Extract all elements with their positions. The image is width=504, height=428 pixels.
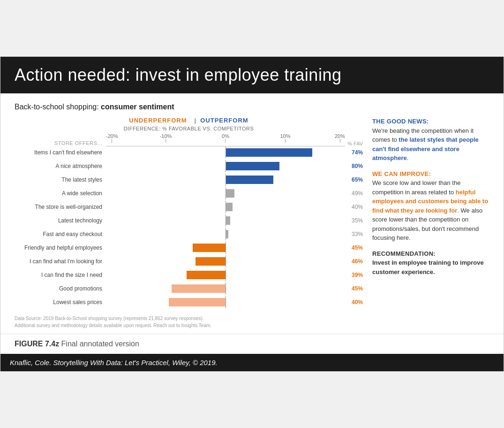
- bar-track: [106, 242, 345, 254]
- bar-row: A nice atmosphere80%: [15, 160, 363, 172]
- tick--10: -10%: [160, 133, 172, 143]
- bar-track: [106, 214, 345, 227]
- subtitle-prefix: Back-to-school shopping:: [15, 103, 101, 111]
- slide-container: Action needed: invest in employee traini…: [0, 56, 504, 372]
- tick-10: 10%: [280, 133, 290, 143]
- tick-label-0: 0%: [222, 133, 229, 139]
- bar-track: [106, 174, 345, 186]
- slide-title: Action needed: invest in employee traini…: [15, 65, 489, 85]
- figure-caption: FIGURE 7.4z Final annotated version: [0, 334, 504, 354]
- bar-fill: [187, 271, 226, 279]
- bar-label: Items I can't find elsewhere: [15, 149, 106, 156]
- zero-line: [226, 214, 226, 227]
- legend-row: UNDERPERFORM | OUTPERFORM: [15, 117, 363, 124]
- store-label: STORE OFFERS...: [15, 140, 106, 146]
- figure-text: Final annotated version: [59, 340, 139, 348]
- good-news-after: .: [407, 154, 409, 161]
- bar-label: A wide selection: [15, 190, 106, 197]
- footer-text: Knaflic, Cole. Storytelling With Data: L…: [10, 359, 218, 367]
- fav-label: 35%: [345, 217, 363, 224]
- chart-section: UNDERPERFORM | OUTPERFORM DIFFERENCE: % …: [15, 117, 363, 329]
- bar-row: Latest technology35%: [15, 214, 363, 227]
- legend-underperform: UNDERPERFORM: [129, 117, 187, 124]
- bar-fill: [226, 203, 233, 211]
- bar-row: Friendly and helpful employees45%: [15, 242, 363, 254]
- bar-row: Good promotions45%: [15, 283, 363, 295]
- fav-label: 33%: [345, 231, 363, 237]
- zero-line: [226, 228, 226, 240]
- bar-label: The latest styles: [15, 176, 106, 183]
- bar-fill: [196, 257, 226, 266]
- bar-fill: [226, 148, 312, 157]
- bar-track: [106, 255, 345, 268]
- bar-label: Latest technology: [15, 217, 106, 224]
- bar-label: Fast and easy checkout: [15, 231, 106, 237]
- tick-0: 0%: [222, 133, 229, 143]
- fav-label: 40%: [345, 204, 363, 210]
- zero-line: [226, 160, 226, 172]
- bar-label: I can find what I'm looking for: [15, 258, 106, 265]
- fav-label: 65%: [345, 176, 363, 183]
- bar-fill: [193, 244, 226, 252]
- improve-title: WE CAN IMPROVE:: [372, 169, 489, 179]
- zero-line: [226, 201, 226, 213]
- main-body: UNDERPERFORM | OUTPERFORM DIFFERENCE: % …: [15, 117, 489, 329]
- bar-track: [106, 160, 345, 172]
- subtitle-bold: consumer sentiment: [101, 103, 174, 111]
- tick-20: 20%: [335, 133, 345, 143]
- bar-track: [106, 269, 345, 281]
- improve-block: WE CAN IMPROVE: We score low and lower t…: [372, 169, 489, 243]
- improve-body: We score low and lower than the competit…: [372, 178, 489, 243]
- bar-label: Good promotions: [15, 285, 106, 292]
- rec-body-text: Invest in employee training to improve c…: [372, 259, 484, 275]
- bar-track: [106, 283, 345, 295]
- bar-fill: [226, 162, 279, 170]
- figure-number: FIGURE 7.4z: [15, 340, 59, 348]
- good-news-body: We're beating the competition when it co…: [372, 126, 489, 163]
- fav-label: 40%: [345, 299, 363, 306]
- fav-label: 80%: [345, 163, 363, 169]
- content-area: Back-to-school shopping: consumer sentim…: [0, 93, 504, 334]
- bar-track: [106, 187, 345, 199]
- bar-fill: [172, 284, 226, 293]
- bar-track: [106, 201, 345, 213]
- bar-row: I can find what I'm looking for46%: [15, 255, 363, 268]
- fav-label: 45%: [345, 245, 363, 251]
- bar-row: A wide selection49%: [15, 187, 363, 199]
- fav-label: 39%: [345, 272, 363, 278]
- tick-label-10: 10%: [280, 133, 290, 139]
- bar-row: Items I can't find elsewhere74%: [15, 146, 363, 159]
- chart-rows: Items I can't find elsewhere74%A nice at…: [15, 146, 363, 308]
- bar-label: Friendly and helpful employees: [15, 245, 106, 251]
- bar-row: Fast and easy checkout33%: [15, 228, 363, 240]
- bar-fill: [169, 298, 226, 306]
- improve-before: We score low and lower than the competit…: [372, 179, 460, 196]
- zero-line: [226, 187, 226, 199]
- fav-label: 49%: [345, 190, 363, 197]
- tick-label-20: 20%: [335, 133, 345, 139]
- bar-row: The store is well-organized40%: [15, 201, 363, 213]
- zero-line: [226, 296, 226, 308]
- pct-header: % FAV: [345, 141, 363, 146]
- rec-block: RECOMMENDATION: Invest in employee train…: [372, 249, 489, 277]
- zero-line: [226, 269, 226, 281]
- bar-label: The store is well-organized: [15, 204, 106, 210]
- x-axis: -20% -10% 0% 10%: [106, 133, 345, 146]
- subtitle: Back-to-school shopping: consumer sentim…: [15, 103, 489, 111]
- bar-track: [106, 228, 345, 240]
- annotations-panel: THE GOOD NEWS: We're beating the competi…: [372, 117, 489, 329]
- bar-label: Lowest sales prices: [15, 299, 106, 306]
- legend-separator: |: [195, 117, 197, 124]
- datasource: Data Source: 2019 Back-to-School shoppin…: [15, 315, 363, 329]
- rec-title: RECOMMENDATION:: [372, 249, 489, 259]
- zero-line: [226, 146, 226, 159]
- bar-row: Lowest sales prices40%: [15, 296, 363, 308]
- tick-label--20: -20%: [106, 133, 118, 139]
- bar-label: I can find the size I need: [15, 272, 106, 278]
- bar-fill: [226, 176, 273, 184]
- bar-track: [106, 146, 345, 159]
- fav-label: 74%: [345, 149, 363, 156]
- zero-line: [226, 174, 226, 186]
- legend-outperform: OUTPERFORM: [200, 117, 248, 124]
- header-bar: Action needed: invest in employee traini…: [0, 57, 504, 93]
